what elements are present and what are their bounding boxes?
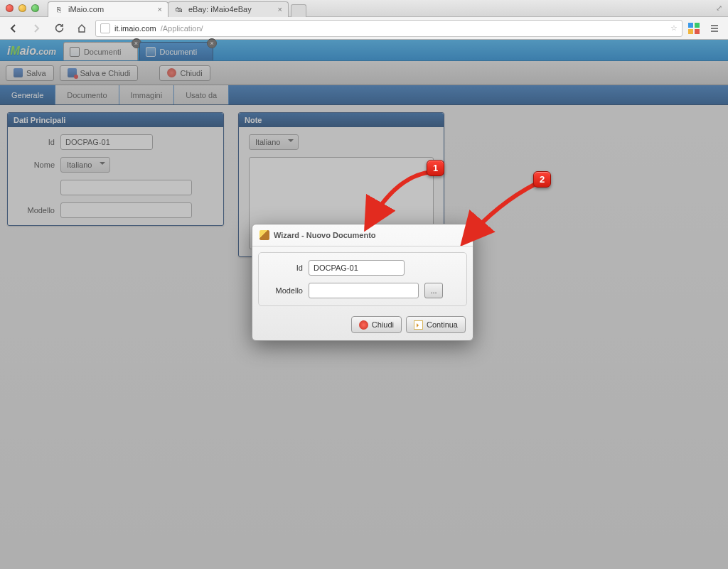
- address-bar[interactable]: it.imaio.com/Application/ ☆: [95, 20, 682, 37]
- app-logo-suffix: .com: [36, 47, 56, 57]
- id-label: Id: [18, 138, 55, 146]
- browser-tab-2[interactable]: 🛍 eBay: iMaio4eBay ×: [168, 1, 289, 17]
- save-and-close-button-label: Salva e Chiudi: [80, 69, 131, 77]
- document-icon: [146, 47, 156, 57]
- name-label: Nome: [18, 161, 55, 169]
- url-host: it.imaio.com: [114, 24, 156, 33]
- new-tab-button[interactable]: [291, 4, 306, 17]
- app-tab-label: Documenti: [160, 48, 198, 56]
- notes-language-select[interactable]: Italiano: [249, 134, 299, 150]
- close-icon: [167, 68, 176, 77]
- save-and-close-button[interactable]: Salva e Chiudi: [60, 65, 139, 81]
- wizard-close-button[interactable]: Chiudi: [351, 316, 402, 333]
- window-titlebar: ⎘ iMaio.com × 🛍 eBay: iMaio4eBay × ⤢: [0, 0, 728, 17]
- wizard-continue-label: Continua: [427, 320, 458, 329]
- site-info-icon[interactable]: [100, 23, 110, 33]
- callout-1: 1: [427, 160, 444, 176]
- app-logo-main: iMaio: [7, 45, 36, 57]
- subtab-used-by[interactable]: Usato da: [174, 85, 229, 104]
- app-tab-documenti[interactable]: Documenti ×: [63, 42, 138, 60]
- wizard-wand-icon: [259, 230, 269, 240]
- cancel-icon: [359, 320, 368, 330]
- wizard-close-label: Chiudi: [372, 320, 394, 329]
- callout-2: 2: [533, 171, 551, 188]
- panel-main-data: Dati Principali Id DOCPAG-01 Nome Italia…: [7, 112, 224, 226]
- app-tab-documenti-active[interactable]: Documenti ×: [139, 42, 214, 60]
- save-button-label: Salva: [26, 69, 46, 77]
- favicon-ebay-icon: 🛍: [174, 4, 184, 14]
- window-minimize-icon[interactable]: [18, 4, 26, 12]
- nav-forward-button[interactable]: [27, 20, 46, 37]
- close-button[interactable]: Chiudi: [159, 65, 210, 81]
- subtab-document[interactable]: Documento: [55, 85, 119, 104]
- wizard-model-browse-button[interactable]: ...: [424, 283, 443, 298]
- document-icon: [70, 47, 80, 57]
- bookmark-star-icon[interactable]: ☆: [670, 23, 678, 33]
- app-toolbar: Salva Salva e Chiudi Chiudi: [0, 61, 728, 85]
- browser-tab-1-title: iMaio.com: [68, 5, 104, 13]
- fullscreen-icon[interactable]: ⤢: [716, 4, 722, 13]
- panel-notes-title: Note: [239, 113, 444, 127]
- save-close-icon: [68, 68, 77, 77]
- form-subtabs: Generale Documento Immagini Usato da: [0, 85, 728, 105]
- svg-rect-0: [688, 23, 693, 28]
- tab-close-icon[interactable]: ×: [207, 38, 217, 48]
- nav-back-button[interactable]: [4, 20, 23, 37]
- nav-home-button[interactable]: [73, 20, 91, 37]
- extension-icon[interactable]: [687, 21, 701, 36]
- annotation-arrow-2: [455, 182, 547, 246]
- wizard-id-label: Id: [267, 264, 303, 272]
- continue-icon: [414, 320, 423, 330]
- favicon-blank-icon: ⎘: [54, 4, 64, 14]
- save-button[interactable]: Salva: [6, 65, 54, 81]
- model-label: Modello: [18, 206, 55, 215]
- name-language-select[interactable]: Italiano: [60, 157, 110, 173]
- model-input[interactable]: [60, 202, 192, 218]
- browser-tab-1[interactable]: ⎘ iMaio.com ×: [48, 1, 168, 17]
- window-close-icon[interactable]: [6, 4, 14, 12]
- wizard-model-input[interactable]: [309, 283, 419, 298]
- subtab-images[interactable]: Immagini: [119, 85, 175, 104]
- wizard-modal: Wizard - Nuovo Documento Id DOCPAG-01 Mo…: [252, 224, 473, 341]
- nav-reload-button[interactable]: [50, 20, 68, 37]
- svg-rect-3: [695, 29, 700, 34]
- app-tab-label: Documenti: [84, 48, 122, 56]
- name-input[interactable]: [60, 180, 192, 195]
- app-tabbar: iMaio.com Documenti × Documenti ×: [0, 40, 728, 61]
- wizard-continue-button[interactable]: Continua: [406, 316, 466, 333]
- chrome-menu-button[interactable]: [705, 20, 724, 37]
- tab-close-icon[interactable]: ×: [158, 5, 162, 13]
- browser-navbar: it.imaio.com/Application/ ☆: [0, 17, 728, 40]
- subtab-general[interactable]: Generale: [0, 85, 55, 104]
- close-button-label: Chiudi: [180, 69, 202, 77]
- wizard-model-label: Modello: [267, 286, 303, 295]
- annotation-arrow-1: [354, 168, 446, 232]
- window-zoom-icon[interactable]: [31, 4, 39, 12]
- svg-rect-1: [695, 23, 700, 28]
- wizard-id-input[interactable]: DOCPAG-01: [309, 260, 405, 276]
- tab-close-icon[interactable]: ×: [278, 5, 282, 13]
- window-traffic-lights[interactable]: [6, 4, 39, 12]
- url-path: /Application/: [161, 24, 203, 33]
- save-icon: [14, 68, 23, 77]
- panel-main-title: Dati Principali: [8, 113, 223, 127]
- svg-rect-2: [688, 29, 693, 34]
- browser-tab-2-title: eBay: iMaio4eBay: [188, 5, 252, 13]
- app-logo[interactable]: iMaio.com: [0, 45, 63, 60]
- browser-tabstrip: ⎘ iMaio.com × 🛍 eBay: iMaio4eBay ×: [48, 0, 306, 17]
- wizard-title: Wizard - Nuovo Documento: [274, 231, 376, 239]
- id-input[interactable]: DOCPAG-01: [60, 134, 153, 150]
